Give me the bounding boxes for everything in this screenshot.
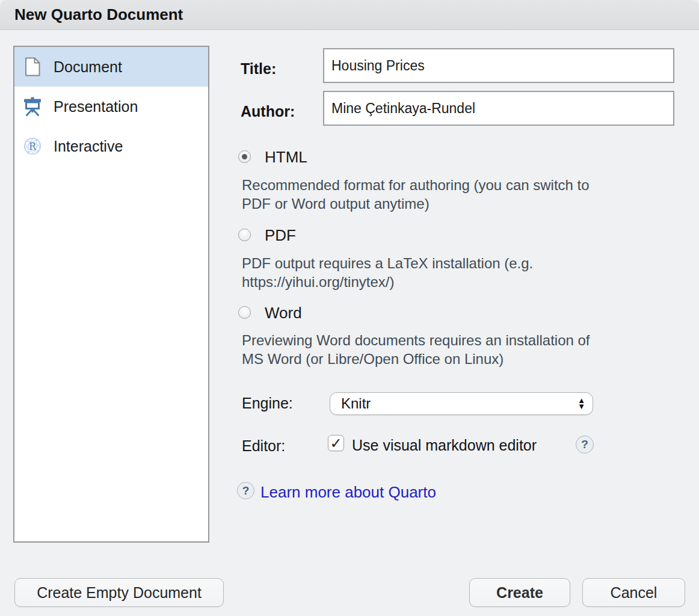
learn-more-link[interactable]: Learn more about Quarto bbox=[260, 483, 436, 502]
author-label: Author: bbox=[241, 103, 295, 120]
pdf-description: PDF output requires a LaTeX installation… bbox=[242, 254, 533, 291]
editor-help-icon[interactable]: ? bbox=[576, 436, 594, 454]
visual-editor-checkbox[interactable]: ✓ bbox=[328, 435, 344, 451]
sidebar-item-interactive[interactable]: R Interactive bbox=[14, 126, 208, 166]
presentation-icon bbox=[23, 97, 42, 116]
shiny-icon: R bbox=[23, 137, 42, 156]
cancel-button[interactable]: Cancel bbox=[582, 578, 685, 607]
create-empty-document-button[interactable]: Create Empty Document bbox=[14, 578, 224, 607]
engine-selected-value: Knitr bbox=[341, 395, 371, 412]
word-description: Previewing Word documents requires an in… bbox=[242, 331, 590, 368]
sidebar-item-label: Presentation bbox=[54, 98, 138, 116]
question-mark-icon: ? bbox=[242, 484, 250, 497]
sidebar-item-label: Document bbox=[54, 58, 122, 76]
svg-text:R: R bbox=[29, 141, 37, 152]
dialog-titlebar: New Quarto Document bbox=[0, 0, 699, 30]
html-radio-label: HTML bbox=[265, 148, 307, 167]
word-radio-label: Word bbox=[265, 304, 302, 322]
title-label: Title: bbox=[241, 60, 276, 78]
pdf-radio[interactable] bbox=[238, 229, 251, 241]
dialog-title: New Quarto Document bbox=[14, 5, 183, 24]
sidebar-item-presentation[interactable]: Presentation bbox=[14, 87, 208, 126]
sidebar-item-document[interactable]: Document bbox=[14, 47, 208, 87]
stepper-up-down-icon: ▲ ▼ bbox=[577, 398, 585, 410]
title-input[interactable] bbox=[323, 48, 674, 83]
engine-select[interactable]: Knitr ▲ ▼ bbox=[330, 392, 593, 415]
html-radio[interactable] bbox=[238, 150, 251, 163]
question-mark-icon: ? bbox=[581, 438, 588, 451]
editor-label: Editor: bbox=[242, 437, 285, 455]
format-category-list: Document Presentation bbox=[13, 46, 209, 543]
engine-label: Engine: bbox=[242, 395, 293, 412]
pdf-radio-label: PDF bbox=[265, 226, 296, 245]
checkbox-check-icon: ✓ bbox=[330, 435, 342, 452]
learn-more-help-icon[interactable]: ? bbox=[237, 482, 254, 499]
visual-editor-checkbox-label[interactable]: Use visual markdown editor bbox=[352, 437, 537, 454]
document-icon bbox=[23, 57, 42, 76]
new-quarto-document-dialog: New Quarto Document Document bbox=[0, 0, 699, 616]
author-input[interactable] bbox=[323, 91, 674, 126]
word-radio[interactable] bbox=[238, 306, 251, 319]
create-button[interactable]: Create bbox=[469, 578, 570, 607]
sidebar-item-label: Interactive bbox=[54, 138, 123, 155]
html-description: Recommended format for authoring (you ca… bbox=[242, 176, 590, 213]
